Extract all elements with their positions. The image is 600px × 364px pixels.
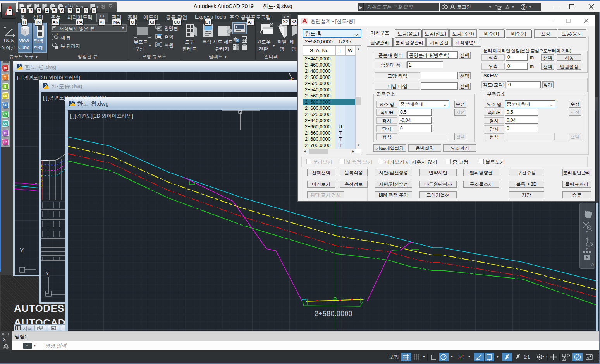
svg-text:▼: ▼ <box>511 5 515 9</box>
svg-text:>_: >_ <box>236 25 240 29</box>
svg-text:▼: ▼ <box>585 247 588 251</box>
svg-text:▼: ▼ <box>528 5 532 9</box>
svg-text:▼: ▼ <box>488 5 492 9</box>
svg-text:Y: Y <box>45 270 49 277</box>
svg-text:2+580.0000: 2+580.0000 <box>315 310 352 318</box>
svg-text:▼: ▼ <box>96 5 99 9</box>
svg-text:Y: Y <box>20 247 24 253</box>
svg-text:로그인: 로그인 <box>457 4 471 10</box>
svg-text:▼: ▼ <box>585 230 588 234</box>
svg-text:⊖: ⊖ <box>591 263 594 267</box>
svg-text:?: ? <box>523 5 525 9</box>
